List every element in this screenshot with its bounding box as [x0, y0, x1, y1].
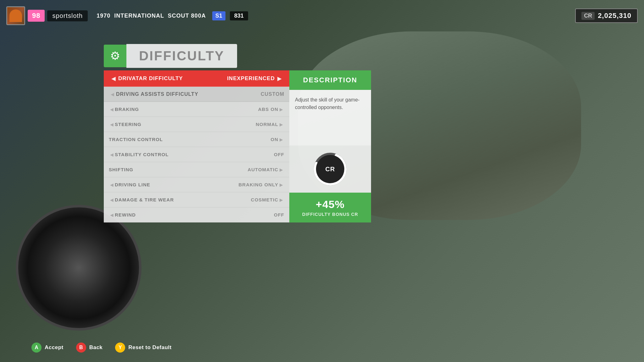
car-year: 1970	[97, 13, 110, 19]
assists-arrow-left[interactable]: ◀	[109, 92, 116, 97]
braking-arrow-left[interactable]: ◀	[109, 107, 115, 112]
difficulty-title-text: DIFFICULTY	[139, 48, 225, 63]
back-label: Back	[89, 344, 103, 351]
shifting-arrow-right[interactable]: ▶	[278, 167, 284, 172]
car-class-badge: S1	[212, 11, 225, 20]
difficulty-panel: ⚙ DIFFICULTY ◀ DRIVATAR DIFFICULTY INEXP…	[104, 44, 371, 222]
steering-arrow-left[interactable]: ◀	[109, 122, 115, 127]
damage-arrow-left[interactable]: ◀	[109, 197, 115, 202]
description-text: Adjust the skill of your game-controlled…	[295, 96, 365, 111]
car-make: INTERNATIONAL	[114, 13, 164, 19]
control-back[interactable]: B Back	[76, 343, 103, 353]
drivatar-value: INEXPERIENCED	[227, 75, 275, 82]
bonus-percent: +45%	[294, 198, 366, 211]
car-rating: 831	[230, 11, 248, 20]
damage-arrow-right[interactable]: ▶	[278, 197, 284, 202]
button-a[interactable]: A	[31, 343, 42, 353]
description-title: DESCRIPTION	[303, 76, 357, 84]
driving-line-arrow-left[interactable]: ◀	[109, 182, 115, 187]
button-y[interactable]: Y	[115, 343, 125, 353]
row-driving-line[interactable]: ◀ DRIVING LINE BRAKING ONLY ▶	[104, 177, 289, 192]
drivatar-label: DRIVATAR DIFFICULTY	[118, 75, 227, 82]
cr-inner-circle: CR	[316, 155, 344, 183]
drivatar-arrow-right[interactable]: ▶	[275, 75, 284, 82]
description-panel: DESCRIPTION Adjust the skill of your gam…	[289, 70, 371, 222]
bonus-section: +45% DIFFICULTY BONUS CR	[289, 193, 371, 222]
rewind-arrow-left[interactable]: ◀	[109, 212, 115, 217]
settings-container: ◀ DRIVATAR DIFFICULTY INEXPERIENCED ▶ ◀ …	[104, 70, 371, 222]
description-body: Adjust the skill of your game-controlled…	[289, 90, 371, 145]
damage-value: COSMETIC	[251, 197, 278, 202]
row-shifting[interactable]: SHIFTING AUTOMATIC ▶	[104, 162, 289, 177]
braking-value: ABS ON	[258, 107, 278, 112]
steering-arrow-right[interactable]: ▶	[278, 122, 284, 127]
credits-amount: 2,025,310	[598, 12, 631, 20]
traction-value: ON	[271, 137, 279, 142]
cr-visual-area: CR	[289, 145, 371, 193]
avatar	[6, 6, 25, 25]
shifting-value: AUTOMATIC	[247, 167, 278, 172]
settings-list: ◀ DRIVATAR DIFFICULTY INEXPERIENCED ▶ ◀ …	[104, 70, 289, 222]
braking-label: BRAKING	[115, 107, 258, 112]
control-reset[interactable]: Y Reset to Default	[115, 343, 171, 353]
row-traction-control[interactable]: TRACTION CONTROL ON ▶	[104, 132, 289, 147]
rewind-value: OFF	[274, 212, 284, 217]
wheel-bg	[16, 205, 142, 331]
drivatar-arrow-left[interactable]: ◀	[109, 75, 118, 82]
steering-label: STEERING	[115, 122, 256, 127]
car-model: SCOUT 800A	[168, 13, 206, 19]
bottom-controls: A Accept B Back Y Reset to Default	[31, 343, 172, 353]
cr-inner-label: CR	[325, 166, 335, 173]
row-steering[interactable]: ◀ STEERING NORMAL ▶	[104, 117, 289, 132]
button-b[interactable]: B	[76, 343, 86, 353]
player-level: 98	[28, 10, 45, 22]
player-info: 98 sportsloth 1970 INTERNATIONAL SCOUT 8…	[6, 6, 248, 25]
driving-line-arrow-right[interactable]: ▶	[278, 182, 284, 187]
traction-label: TRACTION CONTROL	[109, 137, 271, 142]
bonus-label: DIFFICULTY BONUS CR	[294, 212, 366, 217]
shifting-label: SHIFTING	[109, 167, 247, 172]
control-accept[interactable]: A Accept	[31, 343, 64, 353]
stability-arrow-left[interactable]: ◀	[109, 152, 115, 157]
row-stability-control[interactable]: ◀ STABILITY CONTROL OFF	[104, 147, 289, 162]
accept-label: Accept	[45, 344, 64, 351]
cr-circle-container: CR	[313, 152, 347, 186]
row-drivatar-difficulty[interactable]: ◀ DRIVATAR DIFFICULTY INEXPERIENCED ▶	[104, 70, 289, 87]
credits-display: CR 2,025,310	[575, 8, 638, 23]
row-driving-assists[interactable]: ◀ DRIVING ASSISTS DIFFICULTY CUSTOM	[104, 87, 289, 102]
row-rewind[interactable]: ◀ REWIND OFF	[104, 207, 289, 222]
player-name: sportsloth	[47, 10, 88, 21]
row-braking[interactable]: ◀ BRAKING ABS ON ▶	[104, 102, 289, 117]
description-header: DESCRIPTION	[289, 70, 371, 90]
rewind-label: REWIND	[115, 212, 274, 217]
car-name: 1970 INTERNATIONAL SCOUT 800A	[97, 13, 206, 19]
stability-value: OFF	[274, 152, 284, 157]
cr-badge: CR	[581, 12, 595, 20]
assists-value: CUSTOM	[261, 91, 284, 97]
stability-label: STABILITY CONTROL	[115, 152, 274, 157]
row-damage-tire-wear[interactable]: ◀ DAMAGE & TIRE WEAR COSMETIC ▶	[104, 192, 289, 207]
top-bar: 98 sportsloth 1970 INTERNATIONAL SCOUT 8…	[6, 6, 638, 25]
difficulty-title-bar: ⚙ DIFFICULTY	[104, 44, 371, 68]
driving-line-value: BRAKING ONLY	[239, 182, 278, 187]
assists-label: DRIVING ASSISTS DIFFICULTY	[116, 91, 261, 97]
steering-value: NORMAL	[256, 122, 278, 127]
driving-line-label: DRIVING LINE	[115, 182, 239, 187]
braking-arrow-right[interactable]: ▶	[278, 107, 284, 112]
title-text-box: DIFFICULTY	[126, 44, 237, 68]
reset-label: Reset to Default	[128, 344, 171, 351]
damage-label: DAMAGE & TIRE WEAR	[115, 197, 251, 202]
gear-icon: ⚙	[110, 49, 120, 63]
title-icon: ⚙	[104, 45, 126, 67]
traction-arrow-right[interactable]: ▶	[278, 137, 284, 142]
